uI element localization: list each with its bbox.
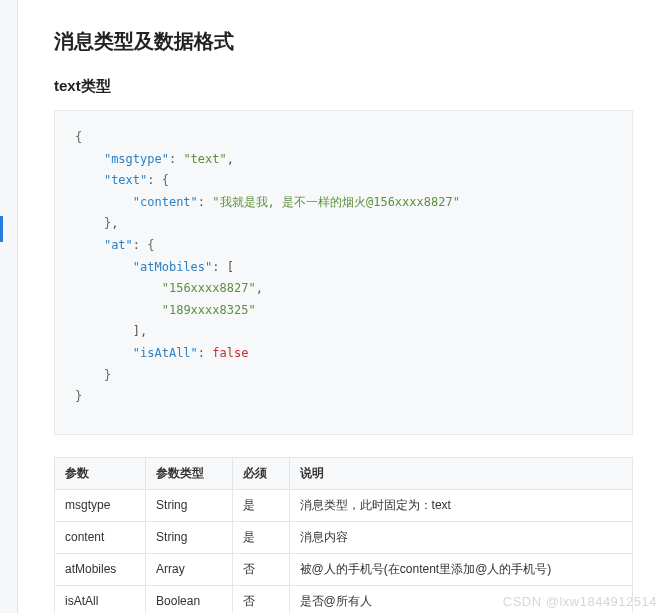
section-title: text类型 <box>54 77 633 96</box>
sidebar-active-indicator <box>0 216 3 242</box>
th-desc: 说明 <box>289 457 632 489</box>
td: String <box>146 489 233 521</box>
td: 被@人的手机号(在content里添加@人的手机号) <box>289 553 632 585</box>
th-param: 参数 <box>55 457 146 489</box>
table-row: msgtype String 是 消息类型，此时固定为：text <box>55 489 633 521</box>
page-title: 消息类型及数据格式 <box>54 28 633 55</box>
td: isAtAll <box>55 585 146 613</box>
sidebar-strip <box>0 0 18 613</box>
td: atMobiles <box>55 553 146 585</box>
doc-content: 消息类型及数据格式 text类型 { "msgtype": "text", "t… <box>54 0 663 613</box>
params-table: 参数 参数类型 必须 说明 msgtype String 是 消息类型，此时固定… <box>54 457 633 613</box>
td: content <box>55 521 146 553</box>
code-example: { "msgtype": "text", "text": { "content"… <box>54 110 633 435</box>
td: 是 <box>232 489 289 521</box>
td: Boolean <box>146 585 233 613</box>
td: String <box>146 521 233 553</box>
td: Array <box>146 553 233 585</box>
td: 消息内容 <box>289 521 632 553</box>
td: 否 <box>232 553 289 585</box>
td: 否 <box>232 585 289 613</box>
td: msgtype <box>55 489 146 521</box>
watermark: CSDN @lxw1844912514 <box>503 594 657 609</box>
td: 是 <box>232 521 289 553</box>
th-type: 参数类型 <box>146 457 233 489</box>
table-row: content String 是 消息内容 <box>55 521 633 553</box>
table-row: atMobiles Array 否 被@人的手机号(在content里添加@人的… <box>55 553 633 585</box>
td: 消息类型，此时固定为：text <box>289 489 632 521</box>
table-header-row: 参数 参数类型 必须 说明 <box>55 457 633 489</box>
th-required: 必须 <box>232 457 289 489</box>
